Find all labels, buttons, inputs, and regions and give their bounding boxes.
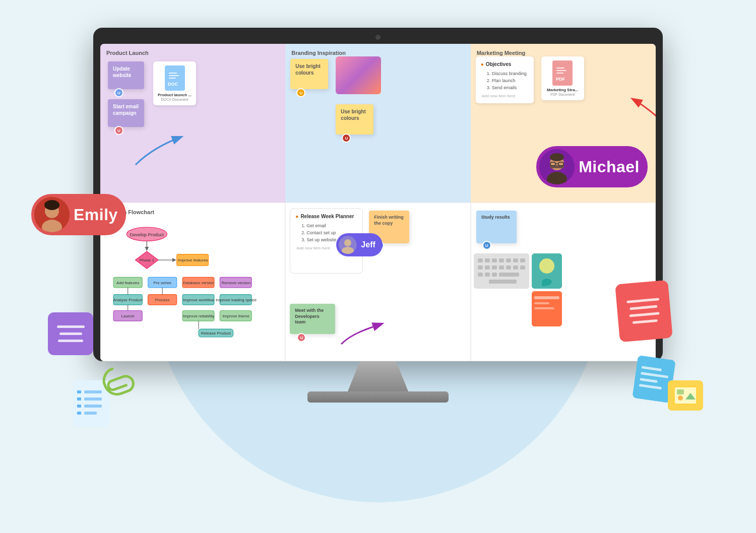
- avatar-user1: U: [114, 88, 123, 97]
- svg-text:DOC: DOC: [168, 82, 178, 87]
- svg-rect-65: [485, 273, 490, 277]
- svg-rect-52: [492, 258, 497, 262]
- svg-point-70: [539, 258, 554, 274]
- svg-text:PDF: PDF: [556, 77, 565, 82]
- sticky-bright-colours-2[interactable]: Use bright colours: [336, 104, 373, 135]
- svg-rect-105: [84, 412, 97, 415]
- michael-name: Michael: [579, 158, 640, 176]
- svg-rect-55: [513, 258, 518, 262]
- monitor-base: [307, 391, 449, 403]
- product-launch-title: Product Launch: [106, 50, 279, 56]
- deco-image-card: [668, 380, 703, 411]
- branding-photo-1: [336, 56, 381, 94]
- emily-badge: Emily: [31, 194, 126, 235]
- svg-rect-66: [492, 273, 497, 277]
- doc1-subtitle: DOCX Document: [157, 98, 192, 101]
- svg-text:Add features: Add features: [116, 281, 139, 285]
- avatar-study: U: [482, 241, 491, 250]
- svg-rect-3: [169, 78, 176, 79]
- arrow-to-doc: [131, 129, 191, 170]
- svg-rect-100: [77, 397, 81, 401]
- svg-rect-7: [556, 70, 566, 71]
- deco-line-r3: [629, 312, 659, 317]
- svg-rect-62: [513, 265, 518, 270]
- svg-text:Release Product: Release Product: [201, 331, 231, 336]
- avatar-branding2: U: [342, 134, 351, 143]
- svg-rect-67: [499, 273, 519, 277]
- planner-item-1: 1. Get email: [295, 222, 357, 229]
- svg-point-96: [678, 395, 683, 401]
- svg-rect-99: [84, 390, 102, 393]
- svg-rect-72: [534, 296, 559, 299]
- pdf-icon: PDF: [552, 60, 573, 86]
- svg-text:Pre series: Pre series: [153, 281, 171, 285]
- product-launch-doc[interactable]: DOC Product launch ... DOCX Document: [153, 61, 196, 105]
- svg-text:Improve loading speed: Improve loading speed: [216, 298, 257, 302]
- svg-text:Launch: Launch: [121, 314, 135, 318]
- svg-text:Phase 1: Phase 1: [140, 258, 155, 262]
- marketing-pdf-doc[interactable]: PDF Marketing Stra... PDF Document: [541, 56, 584, 100]
- photo-keyboard: [474, 253, 529, 289]
- jeff-name: Jeff: [361, 240, 375, 249]
- marketing-meeting-title: Marketing Meeting: [477, 50, 650, 56]
- monitor-screen: Product Launch Update website U Start em…: [100, 44, 656, 361]
- svg-text:Improve theme: Improve theme: [223, 314, 250, 318]
- planner-title: ● Release Week Planner: [295, 214, 357, 219]
- deco-line-1: [57, 325, 85, 328]
- michael-avatar: [539, 149, 575, 184]
- monitor-frame: Product Launch Update website U Start em…: [93, 28, 663, 361]
- svg-rect-58: [485, 265, 490, 270]
- photo-bulb: [532, 253, 562, 289]
- svg-text:Develop Product: Develop Product: [130, 232, 164, 237]
- docx-icon: DOC: [165, 65, 185, 91]
- emily-avatar: [34, 197, 70, 232]
- svg-rect-68: [489, 280, 517, 284]
- release-week-section: ● Release Week Planner 1. Get email 2. C…: [285, 203, 470, 361]
- svg-rect-63: [520, 265, 525, 270]
- svg-text:Process: Process: [155, 298, 170, 302]
- sticky-update-website[interactable]: Update website: [108, 61, 144, 89]
- svg-text:Database version: Database version: [183, 281, 214, 285]
- photo-magazine: [532, 291, 562, 326]
- deco-line-2: [59, 332, 82, 335]
- svg-rect-1: [169, 73, 177, 74]
- checklist-add[interactable]: Add new item here: [481, 94, 529, 98]
- svg-rect-74: [534, 307, 554, 309]
- objectives-checklist[interactable]: ● Objectives 1. Discuss branding 2. Plan…: [476, 56, 534, 103]
- svg-rect-57: [478, 265, 483, 270]
- purple-arrow: [336, 319, 387, 349]
- svg-rect-50: [478, 258, 483, 262]
- svg-point-81: [550, 153, 564, 161]
- sticky-bright-colours-1[interactable]: Use bright colours: [290, 59, 328, 89]
- doc1-title: Product launch ...: [157, 93, 192, 98]
- svg-text:Improve workflow: Improve workflow: [183, 298, 214, 302]
- svg-rect-73: [534, 302, 549, 304]
- svg-rect-104: [77, 412, 81, 415]
- svg-rect-59: [492, 265, 497, 270]
- launch-flowchart-section: Launch Flowchart Develop Product Phase 1: [100, 203, 285, 361]
- deco-line-r2: [629, 305, 657, 310]
- sticky-meet-devs[interactable]: Meet with the Developers team: [290, 304, 335, 334]
- svg-rect-54: [506, 258, 511, 262]
- sticky-study-results[interactable]: Study results: [476, 211, 517, 243]
- svg-text:Improve features: Improve features: [178, 258, 208, 262]
- sticky-email-campaign[interactable]: Start email campaign: [108, 99, 144, 127]
- svg-rect-102: [77, 405, 81, 408]
- svg-rect-53: [499, 258, 504, 262]
- deco-purple-card: [48, 312, 93, 355]
- checklist-item-2: 2. Plan launch: [481, 77, 529, 84]
- red-arrow: [625, 94, 656, 145]
- checklist-item-3: 3. Send emails: [481, 84, 529, 91]
- svg-text:Analyse Product: Analyse Product: [113, 298, 143, 302]
- avatar-user2: U: [114, 126, 123, 135]
- svg-point-77: [44, 200, 59, 210]
- svg-rect-94: [677, 389, 684, 394]
- svg-rect-56: [520, 258, 525, 262]
- deco-line-r4: [632, 319, 657, 324]
- branding-inspiration-section: Branding Inspiration Use bright colours …: [285, 44, 470, 203]
- svg-rect-60: [499, 265, 504, 270]
- svg-point-47: [344, 239, 351, 246]
- avatar-devs: U: [297, 333, 306, 342]
- monitor-camera: [375, 35, 381, 40]
- deco-red-card: [615, 280, 673, 343]
